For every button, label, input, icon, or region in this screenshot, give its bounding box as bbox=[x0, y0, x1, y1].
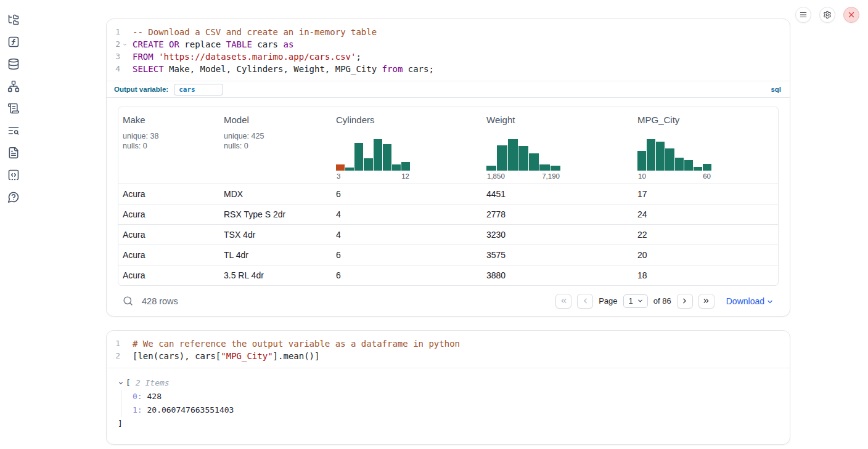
prev-page-button[interactable] bbox=[577, 294, 593, 309]
fold-toggle[interactable] bbox=[120, 42, 129, 47]
table-cell: Acura bbox=[118, 209, 219, 219]
table-cell: 18 bbox=[633, 270, 778, 280]
histogram-bar bbox=[529, 153, 539, 171]
tree-entry-value: 428 bbox=[142, 392, 162, 401]
sidebar-item-data-sources[interactable] bbox=[7, 58, 20, 70]
download-button[interactable]: Download bbox=[726, 296, 774, 306]
fold-chevron-icon bbox=[122, 42, 128, 47]
sidebar-item-dependency-graph[interactable] bbox=[7, 80, 20, 92]
line-number: 1 bbox=[107, 26, 129, 38]
column-header-weight: Weight1,8507,190 bbox=[482, 107, 633, 184]
scroll-text-icon bbox=[7, 102, 20, 115]
last-page-button[interactable] bbox=[698, 294, 714, 309]
table-cell: 4 bbox=[332, 230, 482, 240]
search-button[interactable] bbox=[123, 296, 134, 307]
sidebar-item-variables[interactable] bbox=[7, 36, 20, 48]
table-cell: 6 bbox=[332, 189, 482, 199]
tree-entry-value: 20.060747663551403 bbox=[142, 405, 234, 415]
table-body: AcuraMDX6445117AcuraRSX Type S 2dr427782… bbox=[118, 184, 778, 285]
column-sort-button[interactable]: Model bbox=[224, 115, 249, 125]
column-sort-button[interactable]: Cylinders bbox=[336, 115, 375, 125]
topbar-actions bbox=[795, 7, 859, 23]
sql-code-editor[interactable]: 1-- Download a CSV and create an in-memo… bbox=[107, 19, 790, 81]
histogram-bar bbox=[637, 151, 646, 171]
column-stats: unique: 38nulls: 0 bbox=[123, 131, 219, 151]
histogram-bar bbox=[684, 160, 693, 171]
table-row[interactable]: AcuraRSX Type S 2dr4277824 bbox=[118, 204, 778, 224]
menu-button[interactable] bbox=[795, 7, 811, 23]
column-histogram: 312 bbox=[336, 139, 410, 180]
sidebar-item-help[interactable] bbox=[7, 191, 20, 203]
histogram-bar bbox=[392, 164, 401, 171]
line-number: 2 bbox=[107, 38, 129, 51]
table-row[interactable]: AcuraTL 4dr6357520 bbox=[118, 245, 778, 265]
histogram-bar bbox=[364, 158, 372, 171]
sidebar-item-scratchpad[interactable] bbox=[7, 102, 20, 115]
chevrons-left-icon bbox=[560, 297, 568, 305]
line-number: 1 bbox=[107, 338, 129, 350]
sidebar-item-snippets[interactable] bbox=[7, 169, 20, 181]
database-icon bbox=[7, 58, 20, 70]
table-row[interactable]: Acura3.5 RL 4dr6388018 bbox=[118, 265, 778, 285]
output-variable-bar: Output variable: sql bbox=[107, 81, 790, 98]
chevrons-right-icon bbox=[702, 297, 710, 305]
column-header-cylinders: Cylinders312 bbox=[332, 107, 482, 184]
histogram-bar bbox=[539, 164, 549, 171]
sidebar-item-documentation[interactable] bbox=[7, 147, 20, 159]
tree-entry-index: 0: bbox=[133, 392, 142, 401]
table-cell: 6 bbox=[332, 270, 482, 280]
histogram-bar bbox=[354, 143, 363, 171]
code-line: 4SELECT Make, Model, Cylinders, Weight, … bbox=[107, 63, 790, 75]
histogram-min-label: 1,850 bbox=[487, 172, 505, 180]
column-sort-button[interactable]: Weight bbox=[486, 115, 515, 125]
column-sort-button[interactable]: MPG_City bbox=[637, 115, 679, 125]
code-line: 2[len(cars), cars["MPG_City"].mean()] bbox=[107, 350, 790, 362]
column-header-model: Modelunique: 425nulls: 0 bbox=[219, 107, 332, 184]
code-line: 2CREATE OR replace TABLE cars as bbox=[107, 38, 790, 51]
histogram-bar bbox=[336, 164, 345, 171]
table-cell: 3230 bbox=[482, 230, 633, 240]
column-header-mpg_city: MPG_City1060 bbox=[633, 107, 778, 184]
next-page-button[interactable] bbox=[677, 294, 693, 309]
table-cell: 3575 bbox=[482, 250, 633, 260]
chevron-left-icon bbox=[581, 297, 589, 305]
column-sort-button[interactable]: Make bbox=[123, 115, 145, 125]
output-variable-input[interactable] bbox=[174, 84, 223, 95]
histogram-bar bbox=[497, 145, 507, 171]
tree-close-bracket: ] bbox=[118, 417, 790, 431]
table-cell: Acura bbox=[118, 250, 219, 260]
code-line: 1# We can reference the output variable … bbox=[107, 338, 790, 350]
column-histogram: 1,8507,190 bbox=[486, 139, 560, 180]
table-cell: TSX 4dr bbox=[219, 230, 332, 240]
histogram-bar bbox=[374, 139, 382, 171]
histogram-max-label: 60 bbox=[703, 172, 711, 180]
table-row[interactable]: AcuraTSX 4dr4323022 bbox=[118, 224, 778, 245]
table-row[interactable]: AcuraMDX6445117 bbox=[118, 184, 778, 204]
tree-collapse-toggle[interactable] bbox=[118, 380, 126, 386]
column-header-make: Makeunique: 38nulls: 0 bbox=[118, 107, 219, 184]
histogram-bar bbox=[647, 139, 655, 171]
histogram-bar bbox=[551, 166, 560, 171]
python-code-editor[interactable]: 1# We can reference the output variable … bbox=[107, 331, 790, 368]
table-cell: 3880 bbox=[482, 270, 633, 280]
settings-button[interactable] bbox=[819, 7, 835, 23]
page-select[interactable]: 1 bbox=[623, 294, 648, 308]
close-icon bbox=[847, 10, 856, 19]
shutdown-button[interactable] bbox=[843, 7, 859, 23]
message-question-icon bbox=[7, 191, 20, 203]
table-cell: 3.5 RL 4dr bbox=[219, 270, 332, 280]
sidebar-item-logs[interactable] bbox=[7, 124, 20, 137]
first-page-button[interactable] bbox=[555, 294, 571, 309]
text-search-icon bbox=[7, 124, 20, 137]
chevron-down-icon bbox=[118, 380, 124, 386]
tree-entry-index: 1: bbox=[133, 405, 142, 415]
histogram-bar bbox=[401, 162, 410, 171]
histogram-bar bbox=[508, 139, 518, 171]
sql-cell: 1-- Download a CSV and create an in-memo… bbox=[106, 18, 790, 317]
histogram-bar bbox=[694, 167, 702, 171]
network-icon bbox=[7, 80, 20, 92]
sidebar-item-file-explorer[interactable] bbox=[7, 14, 20, 26]
histogram-min-label: 10 bbox=[638, 172, 646, 180]
output-variable-label: Output variable: bbox=[114, 86, 168, 93]
folder-tree-icon bbox=[7, 14, 20, 26]
